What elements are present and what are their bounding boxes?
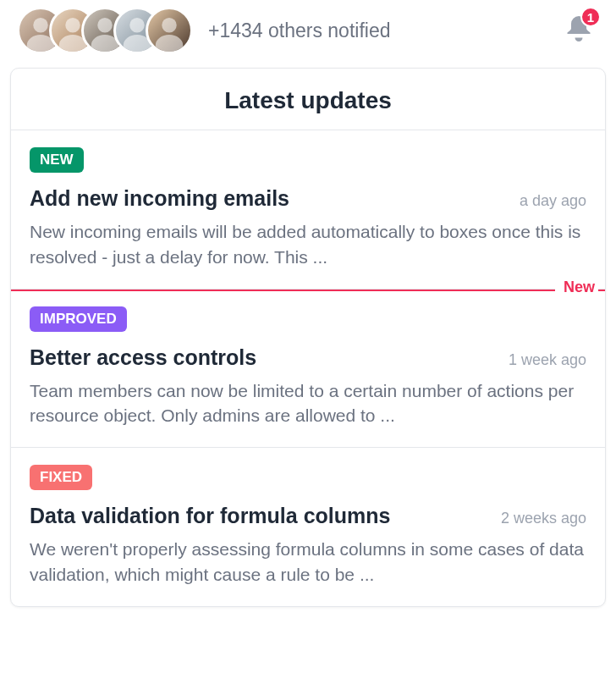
svg-point-9 — [156, 35, 184, 52]
avatar-stack — [17, 7, 193, 54]
entry-time: a day ago — [520, 192, 586, 210]
card-title: Latest updates — [11, 87, 605, 114]
entry-header-row: Better access controls 1 week ago — [30, 345, 586, 370]
entry-title: Better access controls — [30, 345, 256, 370]
tag-fixed: FIXED — [30, 465, 92, 490]
card-header: Latest updates — [11, 69, 605, 130]
entry-time: 2 weeks ago — [501, 510, 586, 527]
entry-time: 1 week ago — [509, 351, 586, 369]
notification-header: +1434 others notified 1 — [10, 7, 606, 68]
updates-card: Latest updates NEW Add new incoming emai… — [10, 68, 606, 607]
tag-improved: IMPROVED — [30, 306, 127, 332]
entry-body: Team members can now be limited to a cer… — [30, 378, 586, 429]
entry-header-row: Add new incoming emails a day ago — [30, 186, 586, 211]
entry-body: New incoming emails will be added automa… — [30, 219, 586, 270]
update-entry[interactable]: IMPROVED Better access controls 1 week a… — [11, 290, 605, 449]
svg-point-2 — [65, 18, 80, 33]
update-entry[interactable]: FIXED Data validation for formula column… — [11, 448, 605, 606]
entry-body: We weren't properly assessing formula co… — [30, 537, 586, 587]
svg-point-8 — [162, 18, 177, 33]
svg-point-0 — [33, 18, 48, 33]
svg-point-6 — [129, 18, 145, 33]
svg-point-4 — [97, 18, 113, 33]
others-notified-text: +1434 others notified — [208, 19, 390, 42]
tag-new: NEW — [30, 147, 84, 173]
avatar[interactable] — [146, 7, 193, 54]
entry-title: Add new incoming emails — [30, 186, 289, 211]
update-entry[interactable]: NEW Add new incoming emails a day ago Ne… — [11, 130, 605, 290]
notification-badge: 1 — [580, 7, 601, 27]
notified-group: +1434 others notified — [17, 7, 390, 54]
entry-title: Data validation for formula columns — [30, 504, 390, 528]
notifications-button[interactable]: 1 — [558, 10, 599, 51]
entry-header-row: Data validation for formula columns 2 we… — [30, 504, 586, 528]
